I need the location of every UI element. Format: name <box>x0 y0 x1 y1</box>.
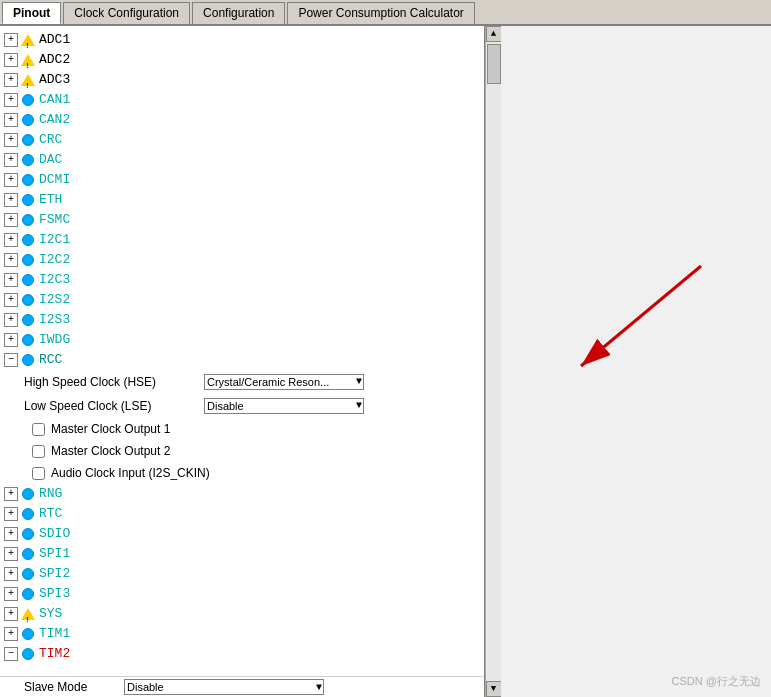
tree-item-can2[interactable]: + CAN2 <box>0 110 484 130</box>
label-can2: CAN2 <box>39 111 70 129</box>
expand-can1[interactable]: + <box>4 93 18 107</box>
tree-item-eth[interactable]: + ETH <box>0 190 484 210</box>
circle-icon-eth <box>20 192 36 208</box>
expand-adc3[interactable]: + <box>4 73 18 87</box>
circle-icon-i2c1 <box>20 232 36 248</box>
scroll-down-btn[interactable]: ▼ <box>486 681 502 697</box>
app-container: Pinout Clock Configuration Configuration… <box>0 0 771 697</box>
expand-i2c1[interactable]: + <box>4 233 18 247</box>
label-i2s3: I2S3 <box>39 311 70 329</box>
hse-select-wrapper: Crystal/Ceramic Reson... Disable BYPASS … <box>204 374 364 390</box>
tree-item-i2s2[interactable]: + I2S2 <box>0 290 484 310</box>
tree-item-i2c3[interactable]: + I2C3 <box>0 270 484 290</box>
hse-label: High Speed Clock (HSE) <box>24 372 204 392</box>
mco2-checkbox[interactable] <box>32 445 45 458</box>
mco1-checkbox[interactable] <box>32 423 45 436</box>
tim2-slave-row: Slave Mode Disable Reset Mode Gated Mode… <box>0 676 484 697</box>
tree-item-dcmi[interactable]: + DCMI <box>0 170 484 190</box>
expand-fsmc[interactable]: + <box>4 213 18 227</box>
circle-icon-rcc <box>20 352 36 368</box>
label-spi1: SPI1 <box>39 545 70 563</box>
scroll-thumb[interactable] <box>487 44 501 84</box>
i2s-checkbox[interactable] <box>32 467 45 480</box>
svg-line-1 <box>581 266 701 366</box>
expand-spi3[interactable]: + <box>4 587 18 601</box>
expand-i2s2[interactable]: + <box>4 293 18 307</box>
expand-tim1[interactable]: + <box>4 627 18 641</box>
tab-bar: Pinout Clock Configuration Configuration… <box>0 0 771 26</box>
expand-dac[interactable]: + <box>4 153 18 167</box>
tree-item-dac[interactable]: + DAC <box>0 150 484 170</box>
expand-sys[interactable]: + <box>4 607 18 621</box>
tree-item-iwdg[interactable]: + IWDG <box>0 330 484 350</box>
expand-i2s3[interactable]: + <box>4 313 18 327</box>
expand-tim2[interactable]: − <box>4 647 18 661</box>
expand-sdio[interactable]: + <box>4 527 18 541</box>
expand-i2c3[interactable]: + <box>4 273 18 287</box>
circle-icon-dcmi <box>20 172 36 188</box>
label-can1: CAN1 <box>39 91 70 109</box>
label-tim1: TIM1 <box>39 625 70 643</box>
tree-item-sdio[interactable]: + SDIO <box>0 524 484 544</box>
tree-item-sys[interactable]: + SYS <box>0 604 484 624</box>
slave-mode-select-wrapper: Disable Reset Mode Gated Mode Trigger Mo… <box>124 679 324 695</box>
tree-item-crc[interactable]: + CRC <box>0 130 484 150</box>
main-content: + ADC1 + ADC2 + <box>0 26 771 697</box>
tree-item-adc2[interactable]: + ADC2 <box>0 50 484 70</box>
tree-item-tim2[interactable]: − TIM2 <box>0 644 484 664</box>
hse-select[interactable]: Crystal/Ceramic Reson... Disable BYPASS … <box>204 374 364 390</box>
tab-clock[interactable]: Clock Configuration <box>63 2 190 24</box>
rcc-i2s-row: Audio Clock Input (I2S_CKIN) <box>0 462 484 484</box>
rcc-mco1-row: Master Clock Output 1 <box>0 418 484 440</box>
tree-item-adc3[interactable]: + ADC3 <box>0 70 484 90</box>
tree-item-i2s3[interactable]: + I2S3 <box>0 310 484 330</box>
tree-item-spi3[interactable]: + SPI3 <box>0 584 484 604</box>
label-i2c1: I2C1 <box>39 231 70 249</box>
expand-rtc[interactable]: + <box>4 507 18 521</box>
expand-eth[interactable]: + <box>4 193 18 207</box>
expand-rcc[interactable]: − <box>4 353 18 367</box>
scroll-up-btn[interactable]: ▲ <box>486 26 502 42</box>
expand-spi2[interactable]: + <box>4 567 18 581</box>
expand-iwdg[interactable]: + <box>4 333 18 347</box>
scroll-track <box>486 42 502 681</box>
tab-configuration[interactable]: Configuration <box>192 2 285 24</box>
tree-scroll[interactable]: + ADC1 + ADC2 + <box>0 26 484 676</box>
expand-spi1[interactable]: + <box>4 547 18 561</box>
circle-icon-can2 <box>20 112 36 128</box>
expand-dcmi[interactable]: + <box>4 173 18 187</box>
tree-item-spi2[interactable]: + SPI2 <box>0 564 484 584</box>
tree-item-rcc[interactable]: − RCC <box>0 350 484 370</box>
circle-icon-sdio <box>20 526 36 542</box>
expand-adc1[interactable]: + <box>4 33 18 47</box>
rcc-hse-row: High Speed Clock (HSE) Crystal/Ceramic R… <box>0 370 484 394</box>
right-panel: CSDN @行之无边 <box>501 26 771 697</box>
label-tim2: TIM2 <box>39 645 70 663</box>
slave-mode-select[interactable]: Disable Reset Mode Gated Mode Trigger Mo… <box>124 679 324 695</box>
expand-rng[interactable]: + <box>4 487 18 501</box>
expand-crc[interactable]: + <box>4 133 18 147</box>
vertical-scrollbar[interactable]: ▲ ▼ <box>485 26 501 697</box>
tree-item-fsmc[interactable]: + FSMC <box>0 210 484 230</box>
circle-icon-iwdg <box>20 332 36 348</box>
label-dac: DAC <box>39 151 62 169</box>
circle-icon-rtc <box>20 506 36 522</box>
tree-item-rng[interactable]: + RNG <box>0 484 484 504</box>
circle-icon-spi2 <box>20 566 36 582</box>
tree-item-adc1[interactable]: + ADC1 <box>0 30 484 50</box>
expand-adc2[interactable]: + <box>4 53 18 67</box>
expand-can2[interactable]: + <box>4 113 18 127</box>
lse-select[interactable]: Disable Crystal/Ceramic Resonator BYPASS… <box>204 398 364 414</box>
tab-power[interactable]: Power Consumption Calculator <box>287 2 474 24</box>
tree-item-tim1[interactable]: + TIM1 <box>0 624 484 644</box>
tree-item-can1[interactable]: + CAN1 <box>0 90 484 110</box>
tree-item-i2c2[interactable]: + I2C2 <box>0 250 484 270</box>
tree-item-spi1[interactable]: + SPI1 <box>0 544 484 564</box>
tab-pinout[interactable]: Pinout <box>2 2 61 24</box>
label-rcc: RCC <box>39 351 62 369</box>
tree-item-i2c1[interactable]: + I2C1 <box>0 230 484 250</box>
label-dcmi: DCMI <box>39 171 70 189</box>
expand-i2c2[interactable]: + <box>4 253 18 267</box>
tree-item-rtc[interactable]: + RTC <box>0 504 484 524</box>
label-eth: ETH <box>39 191 62 209</box>
